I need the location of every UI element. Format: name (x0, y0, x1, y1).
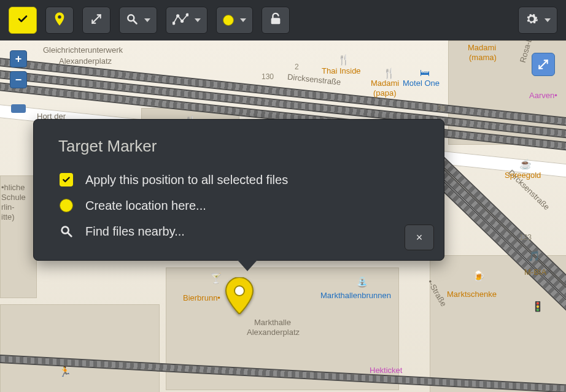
zoom-level-indicator (11, 104, 26, 113)
zoom-control: + − (10, 50, 27, 113)
poi-label: Bierbrunn• (183, 293, 220, 302)
caret-icon (545, 18, 551, 22)
poi-label: Markthallenbrunnen (320, 291, 391, 300)
zoom-in-button[interactable]: + (10, 50, 27, 67)
search-dropdown[interactable] (119, 7, 157, 34)
poi-label: (mama) (469, 53, 497, 62)
poi-icon: 🛏 (420, 67, 430, 79)
popup-item-create-location[interactable]: Create location here... (58, 193, 419, 218)
poi-label: Thai Inside (322, 66, 361, 75)
poi-label: Aarven• (529, 91, 557, 100)
poi-label: M-BIA (524, 267, 546, 277)
polyline-icon (173, 13, 188, 28)
poi-label: Madami (468, 43, 496, 52)
poi-label: Alexanderplatz (247, 328, 300, 337)
popup-close-button[interactable]: × (405, 225, 434, 250)
poi-icon: ☕ (519, 158, 532, 170)
poi-icon: 🍸 (210, 272, 222, 284)
poi-label: Hekticket (370, 366, 402, 375)
gear-icon (525, 12, 538, 28)
dot-icon (223, 15, 234, 26)
marker-button[interactable] (45, 7, 74, 34)
poi-label: (papa) (373, 88, 397, 98)
map-canvas[interactable]: + − DircksenstraßeDircksenstraßeRosa-L••… (0, 40, 566, 392)
svg-point-2 (173, 22, 174, 24)
poi-label: Gleichrichterunterwerk (43, 45, 123, 55)
popup-title: Target Marker (58, 137, 419, 156)
house-number: 36 (437, 104, 445, 113)
house-number: 2 (295, 63, 299, 71)
svg-rect-6 (271, 18, 281, 24)
caret-icon (240, 18, 246, 22)
unlock-icon (269, 12, 282, 28)
apply-button[interactable] (9, 7, 37, 34)
settings-dropdown[interactable] (518, 7, 557, 34)
zoom-out-button[interactable]: − (10, 71, 27, 88)
svg-point-3 (177, 15, 179, 17)
popup-item-find-nearby[interactable]: Find files nearby... (58, 218, 419, 244)
poi-label: Marktschenke (447, 290, 497, 299)
top-toolbar (0, 0, 566, 40)
popup-item-apply[interactable]: Apply this position to all selected file… (58, 167, 419, 193)
lock-button[interactable] (262, 7, 290, 34)
svg-point-7 (235, 286, 244, 296)
check-icon (17, 13, 28, 27)
svg-point-4 (181, 20, 183, 22)
poi-label: itte) (1, 212, 15, 221)
house-number: 123 (519, 233, 532, 242)
poi-label: rlin- (1, 202, 15, 212)
close-icon: × (416, 231, 423, 244)
pin-icon (55, 12, 64, 28)
context-popup: Target Marker Apply this position to all… (33, 119, 444, 261)
poi-label: Spreegold (505, 171, 541, 180)
check-icon (58, 172, 74, 188)
search-icon (58, 223, 74, 239)
poi-label: Madami (371, 79, 399, 88)
dot-icon (58, 198, 74, 213)
popup-item-label: Find files nearby... (85, 225, 185, 239)
poi-icon: 🏃 (59, 366, 71, 377)
fullscreen-button[interactable] (532, 53, 555, 76)
svg-point-5 (187, 13, 188, 15)
poi-label: Schule (1, 193, 26, 202)
poi-icon: 🍴 (383, 67, 395, 79)
poi-label: Markthalle (254, 318, 291, 327)
house-number: 130 (262, 72, 274, 81)
search-icon (126, 13, 138, 28)
poi-icon: 🚦 (532, 301, 544, 312)
poi-icon: 🍴 (338, 54, 350, 66)
caret-icon (195, 18, 201, 22)
color-dropdown[interactable] (216, 7, 253, 34)
poi-icon: 🍺 (473, 270, 485, 282)
poi-icon: 🎵 (528, 250, 540, 262)
caret-icon (144, 18, 150, 22)
poi-icon: ⛲ (356, 276, 368, 288)
poi-label: Motel One (403, 79, 440, 88)
track-dropdown[interactable] (166, 7, 207, 34)
poi-label: Alexanderplatz (59, 56, 112, 66)
expand-icon (90, 13, 103, 28)
svg-point-0 (58, 15, 61, 18)
popup-item-label: Apply this position to all selected file… (85, 173, 288, 187)
expand-button[interactable] (82, 7, 110, 34)
popup-item-label: Create location here... (85, 199, 206, 213)
poi-label: •hliche (1, 183, 25, 192)
target-marker[interactable] (225, 277, 254, 317)
